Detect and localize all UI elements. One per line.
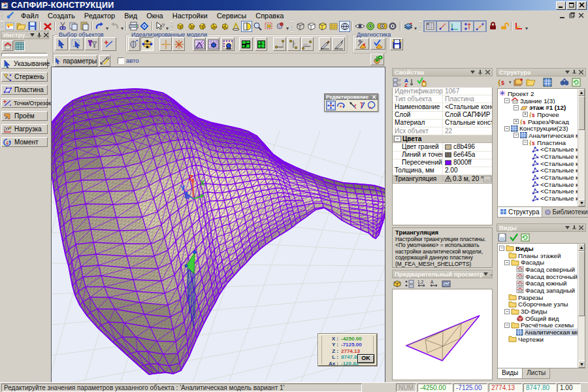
svg-text:X: X [200, 179, 205, 187]
svg-text:Y: Y [180, 184, 186, 192]
svg-text:?: ? [161, 22, 165, 29]
svg-text:1.2: 1.2 [417, 280, 423, 284]
svg-text:$: $ [501, 80, 504, 86]
svg-text:Z: Z [189, 174, 193, 182]
svg-text:Z: Z [404, 82, 408, 87]
svg-text:$: $ [532, 140, 535, 146]
svg-text:A: A [431, 280, 434, 284]
svg-text:$: $ [523, 120, 526, 125]
svg-text:$: $ [532, 112, 535, 118]
